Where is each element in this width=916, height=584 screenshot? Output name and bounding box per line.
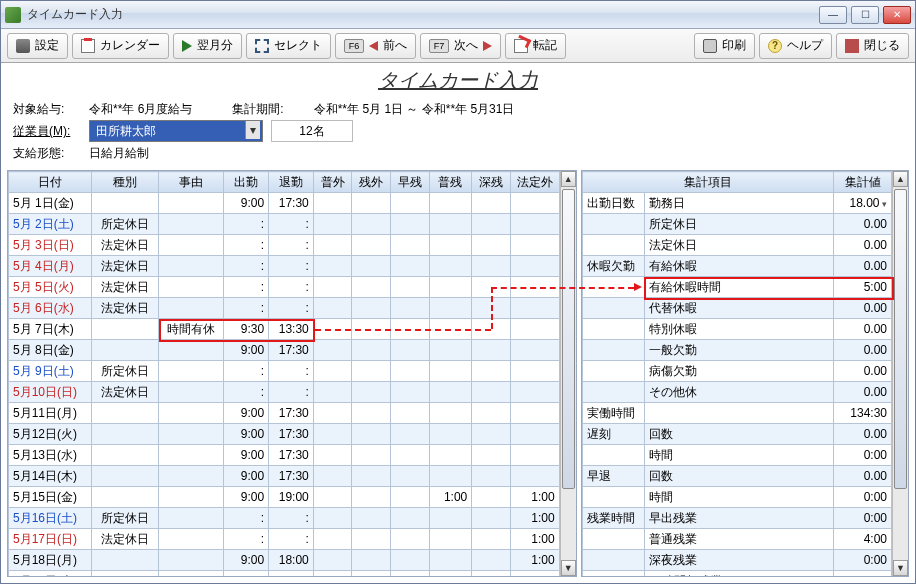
cell[interactable]	[159, 193, 224, 214]
table-row[interactable]: 5月 9日(土)所定休日::	[9, 361, 560, 382]
cell[interactable]	[391, 214, 430, 235]
cell[interactable]	[472, 403, 511, 424]
cell[interactable]	[313, 235, 352, 256]
cell[interactable]	[472, 214, 511, 235]
table-row[interactable]: 5月 2日(土)所定休日::	[9, 214, 560, 235]
cell[interactable]	[472, 298, 511, 319]
cell[interactable]: 9:00	[224, 424, 269, 445]
cell[interactable]	[159, 235, 224, 256]
cell[interactable]	[391, 424, 430, 445]
cell[interactable]: 5月 2日(土)	[9, 214, 92, 235]
cell[interactable]	[429, 235, 472, 256]
cell[interactable]: 17:30	[269, 466, 314, 487]
cell[interactable]: 17:30	[269, 424, 314, 445]
cell[interactable]	[472, 508, 511, 529]
cell[interactable]	[429, 529, 472, 550]
select-button[interactable]: セレクト	[246, 33, 331, 59]
cell[interactable]: 法定休日	[92, 298, 159, 319]
cell[interactable]	[510, 256, 559, 277]
cell[interactable]	[159, 508, 224, 529]
cell[interactable]	[472, 571, 511, 577]
cell[interactable]: :	[224, 214, 269, 235]
cell[interactable]	[472, 445, 511, 466]
cell[interactable]: 1:00	[429, 571, 472, 577]
table-row[interactable]: 5月 8日(金)9:0017:30	[9, 340, 560, 361]
cell[interactable]	[352, 529, 391, 550]
cell[interactable]: 所定休日	[92, 214, 159, 235]
cell[interactable]: 5月 6日(水)	[9, 298, 92, 319]
table-row[interactable]: 5月11日(月)9:0017:30	[9, 403, 560, 424]
cell[interactable]	[159, 487, 224, 508]
cell[interactable]: :	[269, 508, 314, 529]
summary-value[interactable]: 0.00	[834, 319, 892, 340]
cell[interactable]	[472, 256, 511, 277]
cell[interactable]	[391, 487, 430, 508]
cell[interactable]: 5月10日(日)	[9, 382, 92, 403]
cell[interactable]	[159, 277, 224, 298]
scroll-down-button[interactable]: ▼	[893, 560, 908, 576]
cell[interactable]	[429, 214, 472, 235]
cell[interactable]	[472, 340, 511, 361]
cell[interactable]	[92, 340, 159, 361]
cell[interactable]	[159, 529, 224, 550]
cell[interactable]	[313, 445, 352, 466]
table-row[interactable]: 休暇欠勤有給休暇0.00	[582, 256, 891, 277]
cell[interactable]: 5月 4日(月)	[9, 256, 92, 277]
cell[interactable]	[510, 277, 559, 298]
cell[interactable]: :	[269, 382, 314, 403]
cell[interactable]	[313, 529, 352, 550]
cell[interactable]	[159, 550, 224, 571]
cell[interactable]: 9:00	[224, 445, 269, 466]
minimize-button[interactable]: —	[819, 6, 847, 24]
cell[interactable]	[352, 508, 391, 529]
cell[interactable]	[391, 193, 430, 214]
cell[interactable]: 18:00	[269, 550, 314, 571]
table-row[interactable]: 5月16日(土)所定休日::1:00	[9, 508, 560, 529]
summary-value[interactable]: 5:00	[834, 277, 892, 298]
cell[interactable]	[313, 508, 352, 529]
cell[interactable]	[159, 214, 224, 235]
cell[interactable]	[313, 382, 352, 403]
cell[interactable]: 法定休日	[92, 529, 159, 550]
calendar-button[interactable]: カレンダー	[72, 33, 169, 59]
cell[interactable]	[510, 361, 559, 382]
summary-value[interactable]: 0.00	[834, 235, 892, 256]
cell[interactable]: :	[269, 529, 314, 550]
cell[interactable]	[92, 487, 159, 508]
cell[interactable]: :	[269, 361, 314, 382]
cell[interactable]: 9:30	[224, 319, 269, 340]
table-row[interactable]: 5月 5日(火)法定休日::	[9, 277, 560, 298]
cell[interactable]	[92, 424, 159, 445]
cell[interactable]	[429, 382, 472, 403]
cell[interactable]	[391, 445, 430, 466]
table-row[interactable]: 出勤日数勤務日18.00 ▾	[582, 193, 891, 214]
summary-value[interactable]: 0:00	[834, 487, 892, 508]
table-row[interactable]: 普通残業4:00	[582, 529, 891, 550]
cell[interactable]: :	[224, 382, 269, 403]
cell[interactable]	[352, 550, 391, 571]
cell[interactable]	[429, 361, 472, 382]
cell[interactable]: :	[224, 277, 269, 298]
cell[interactable]: 1:00	[510, 508, 559, 529]
table-row[interactable]: 5月10日(日)法定休日::	[9, 382, 560, 403]
help-button[interactable]: ?ヘルプ	[759, 33, 832, 59]
summary-value[interactable]: 0.00	[834, 466, 892, 487]
cell[interactable]: 17:30	[269, 445, 314, 466]
table-row[interactable]: 5月17日(日)法定休日::1:00	[9, 529, 560, 550]
cell[interactable]	[352, 319, 391, 340]
cell[interactable]	[391, 508, 430, 529]
cell[interactable]	[313, 466, 352, 487]
cell[interactable]	[429, 298, 472, 319]
cell[interactable]	[92, 571, 159, 577]
summary-value[interactable]: 4:00	[834, 529, 892, 550]
cell[interactable]	[352, 487, 391, 508]
summary-value[interactable]: 0.00	[834, 214, 892, 235]
cell[interactable]	[429, 424, 472, 445]
cell[interactable]	[313, 193, 352, 214]
cell[interactable]	[429, 508, 472, 529]
cell[interactable]	[472, 550, 511, 571]
scroll-up-button[interactable]: ▲	[893, 171, 908, 187]
cell[interactable]	[429, 193, 472, 214]
next-button[interactable]: F7次へ	[420, 33, 501, 59]
cell[interactable]: 法定休日	[92, 235, 159, 256]
